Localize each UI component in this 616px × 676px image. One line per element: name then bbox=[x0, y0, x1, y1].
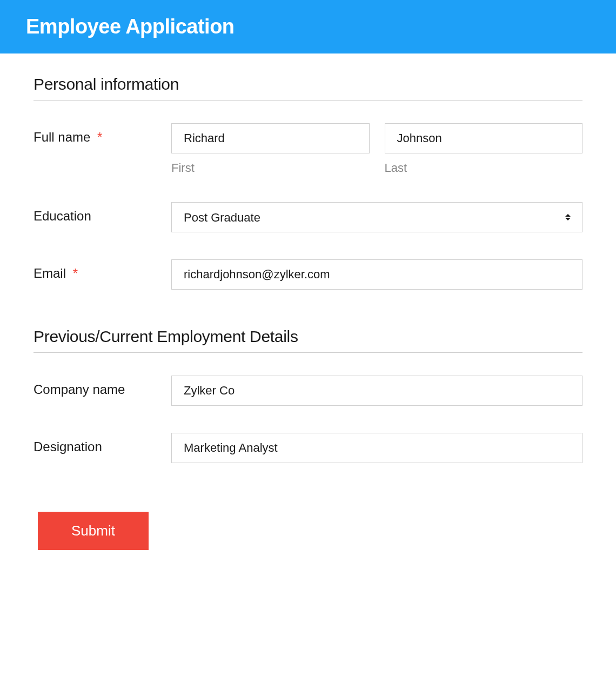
last-name-input[interactable] bbox=[385, 123, 583, 153]
submit-button[interactable]: Submit bbox=[38, 512, 149, 550]
field-row-email: Email * bbox=[34, 259, 582, 290]
field-row-full-name: Full name * First Last bbox=[34, 123, 582, 175]
first-name-input[interactable] bbox=[171, 123, 370, 153]
label-education: Education bbox=[34, 202, 171, 224]
designation-input[interactable] bbox=[171, 433, 582, 463]
label-designation: Designation bbox=[34, 433, 171, 454]
field-row-company: Company name bbox=[34, 376, 582, 406]
email-input[interactable] bbox=[171, 259, 582, 290]
company-input[interactable] bbox=[171, 376, 582, 406]
label-email: Email * bbox=[34, 259, 171, 281]
education-select[interactable]: Post Graduate bbox=[171, 202, 582, 232]
field-row-designation: Designation bbox=[34, 433, 582, 463]
section-heading-personal: Personal information bbox=[34, 75, 582, 101]
label-company: Company name bbox=[34, 376, 171, 397]
required-mark: * bbox=[73, 266, 78, 280]
form-header: Employee Application bbox=[0, 0, 616, 53]
label-full-name: Full name * bbox=[34, 123, 171, 145]
first-name-sublabel: First bbox=[171, 161, 370, 175]
label-email-text: Email bbox=[34, 266, 66, 280]
page-title: Employee Application bbox=[26, 15, 590, 38]
last-name-sublabel: Last bbox=[385, 161, 583, 175]
label-full-name-text: Full name bbox=[34, 130, 90, 144]
required-mark: * bbox=[97, 130, 102, 144]
field-row-education: Education Post Graduate bbox=[34, 202, 582, 232]
form-body: Personal information Full name * First L… bbox=[0, 53, 616, 583]
section-heading-employment: Previous/Current Employment Details bbox=[34, 327, 582, 353]
